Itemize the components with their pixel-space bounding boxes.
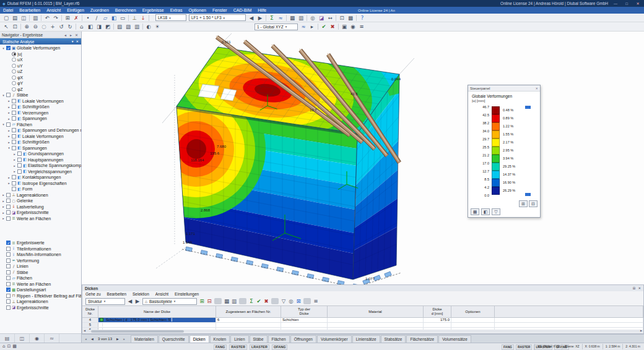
checkbox[interactable]: [6, 216, 11, 221]
table-search-icon[interactable]: ◎: [287, 297, 295, 305]
tree-item[interactable]: iMax/Min-Informationen: [0, 252, 81, 258]
radio-button[interactable]: [12, 52, 16, 56]
checkbox[interactable]: [12, 181, 16, 186]
legend-max-marker[interactable]: [525, 106, 531, 109]
expander-icon[interactable]: ▸: [7, 105, 11, 109]
tree-item[interactable]: ▾∕Stäbe: [0, 92, 81, 98]
tree-item[interactable]: ▸○Gelenke: [0, 198, 81, 204]
table-back-icon[interactable]: ◀: [126, 297, 134, 305]
tree-item[interactable]: ▸⊥Lagerreaktionen: [0, 192, 81, 198]
menu-item[interactable]: Hilfe: [255, 7, 269, 14]
legend-color-band[interactable]: [492, 155, 500, 163]
checkbox[interactable]: [17, 158, 22, 162]
expander-icon[interactable]: ▸: [7, 129, 11, 132]
copy-icon[interactable]: ⊞: [63, 14, 72, 22]
prev-load-case-icon[interactable]: ◀: [247, 14, 256, 22]
menu-item[interactable]: Datei: [0, 7, 16, 14]
tree-item[interactable]: iTitelinformationen: [0, 246, 81, 252]
checkbox[interactable]: [6, 46, 11, 50]
table-export-icon[interactable]: ⊠: [295, 297, 302, 305]
navigator-tab-ansichten[interactable]: ◉: [30, 334, 45, 343]
checkbox[interactable]: [6, 270, 11, 275]
checkbox[interactable]: [6, 193, 11, 197]
legend-color-band[interactable]: [492, 147, 500, 155]
assigned-cell[interactable]: 6: [216, 318, 281, 322]
checkbox[interactable]: [12, 140, 16, 144]
tree-item[interactable]: ⊥Lagerreaktionen: [0, 299, 81, 305]
checkbox[interactable]: [6, 93, 11, 97]
type-cell[interactable]: Schichten: [281, 318, 328, 322]
radio-button[interactable]: [12, 58, 16, 62]
expander-icon[interactable]: ▸: [12, 164, 17, 168]
view-xz-icon[interactable]: ◧: [86, 23, 95, 30]
material-cell[interactable]: [328, 323, 424, 327]
tree-item[interactable]: uX: [0, 57, 81, 63]
navigator-forward-icon[interactable]: ▸: [68, 33, 74, 37]
checkbox[interactable]: [6, 294, 11, 298]
delete-icon[interactable]: ✗: [72, 14, 80, 22]
checkbox[interactable]: [17, 169, 22, 174]
insert-row-icon[interactable]: ⊞: [198, 297, 206, 305]
legend-color-band[interactable]: [492, 163, 500, 171]
checkbox[interactable]: [12, 105, 16, 109]
legend-edit-icon[interactable]: ⊞: [519, 200, 528, 207]
panel-colors-icon[interactable]: ▦: [471, 208, 479, 215]
expander-icon[interactable]: ▸: [7, 181, 11, 185]
table-tab[interactable]: Volumensätze: [438, 335, 471, 343]
dicken-menu-item[interactable]: Gehe zu: [82, 292, 104, 296]
menu-item[interactable]: Bearbeiten: [16, 7, 43, 14]
measure-icon[interactable]: ↔: [326, 14, 334, 22]
navigator-back-icon[interactable]: ◂: [63, 33, 68, 37]
result-diagram-icon[interactable]: ≈: [299, 23, 308, 30]
tree-item[interactable]: |u|: [0, 51, 81, 58]
section-icon[interactable]: ◪: [317, 14, 326, 22]
expander-icon[interactable]: ▾: [7, 146, 11, 150]
menu-item[interactable]: CAD-BIM: [230, 7, 255, 14]
light-icon[interactable]: ☀: [153, 23, 162, 30]
line-icon[interactable]: ∕: [92, 14, 101, 22]
name-cell[interactable]: [98, 323, 216, 327]
previous-view-icon[interactable]: ↻: [66, 23, 74, 30]
table-row[interactable]: 4 Schichten | d : 175.0 mm | Schichten: …: [82, 318, 643, 323]
nodal-support[interactable]: [277, 267, 284, 272]
checkbox[interactable]: [12, 111, 16, 115]
nodal-support[interactable]: [261, 263, 268, 268]
table-column-header[interactable]: Dicked [mm]: [424, 306, 451, 317]
redo-icon[interactable]: ↷: [51, 14, 60, 22]
options-cell[interactable]: [451, 318, 495, 322]
expander-icon[interactable]: ▾: [1, 122, 6, 126]
tree-item[interactable]: ∕Linien: [0, 263, 81, 270]
dicken-title-bar[interactable]: Dicken ⊟✕: [82, 285, 643, 291]
tree-item[interactable]: ▸◧Lokale Verformungen: [0, 98, 81, 105]
expander-icon[interactable]: ▸: [12, 152, 17, 156]
dicken-menu-item[interactable]: Ansicht: [152, 292, 172, 296]
show-results-icon[interactable]: ≈: [276, 14, 285, 22]
tree-item[interactable]: ▸◧Grundspannungen: [0, 151, 81, 157]
radio-button[interactable]: [12, 69, 16, 74]
close-button[interactable]: ✕: [634, 1, 642, 6]
shadow-icon[interactable]: ◐: [144, 23, 153, 30]
thickness-cell[interactable]: 175.0: [424, 318, 451, 322]
panel-display-icon[interactable]: ◧: [481, 208, 490, 215]
isometric-view-icon[interactable]: ⌂: [77, 23, 86, 30]
panel-dock-icon[interactable]: ⊟: [633, 286, 636, 290]
status-mode-icon[interactable]: ⌂: [2, 344, 5, 349]
legend-color-band[interactable]: [492, 179, 500, 187]
minimize-button[interactable]: —: [612, 2, 619, 6]
table-column-header[interactable]: Name der Dicke: [98, 306, 216, 317]
tree-item[interactable]: φZ: [0, 87, 81, 93]
checkbox[interactable]: [6, 264, 11, 268]
table-column-header[interactable]: Optionen: [451, 306, 495, 317]
thickness-cell[interactable]: [424, 323, 451, 327]
prev-table-button[interactable]: ◀: [89, 337, 95, 341]
checkbox[interactable]: [12, 99, 16, 103]
zoom-window-icon[interactable]: ◌: [40, 23, 48, 30]
menu-item[interactable]: Extras: [167, 7, 186, 14]
checkbox[interactable]: [6, 305, 11, 310]
table-column-header[interactable]: DickeNr.: [82, 306, 98, 317]
zoom-out-icon[interactable]: ⊖: [31, 23, 40, 30]
radio-button[interactable]: [12, 81, 16, 85]
checkbox[interactable]: [12, 128, 16, 132]
menu-item[interactable]: Berechnen: [112, 7, 139, 14]
table-tab[interactable]: Stäbe: [250, 335, 268, 343]
